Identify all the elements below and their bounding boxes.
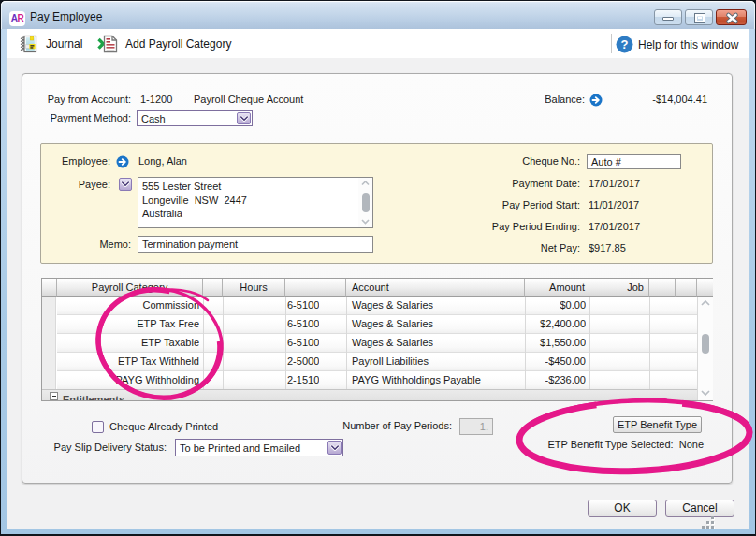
svg-text:?: ? <box>621 37 629 51</box>
